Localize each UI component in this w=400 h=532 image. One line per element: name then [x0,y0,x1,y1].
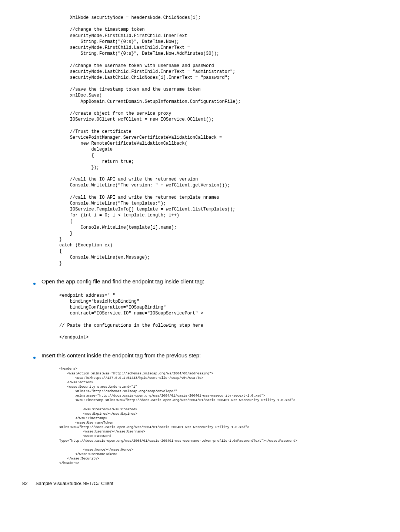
bullet-text-2: Insert this content inside the endpoint … [41,351,201,359]
bullet-icon [33,357,36,359]
bullet-text-1: Open the app.config file and find the en… [41,277,204,285]
code-block-endpoint: <endpoint address=" " binding="basicHttp… [59,293,378,341]
page-footer: 82 Sample VisualStudio/.NET/C# Client [22,480,378,487]
footer-title: Sample VisualStudio/.NET/C# Client [36,481,113,486]
page-number: 82 [22,480,27,487]
code-block-headers: <headers> <wsa:Action xmlns:wsa="http://… [59,367,378,465]
bullet-item-2: Insert this content inside the endpoint … [33,351,378,359]
bullet-icon [33,283,36,285]
bullet-item-1: Open the app.config file and find the en… [33,277,378,285]
code-block-main: XmlNode securityNode = headersNode.Child… [59,15,378,266]
